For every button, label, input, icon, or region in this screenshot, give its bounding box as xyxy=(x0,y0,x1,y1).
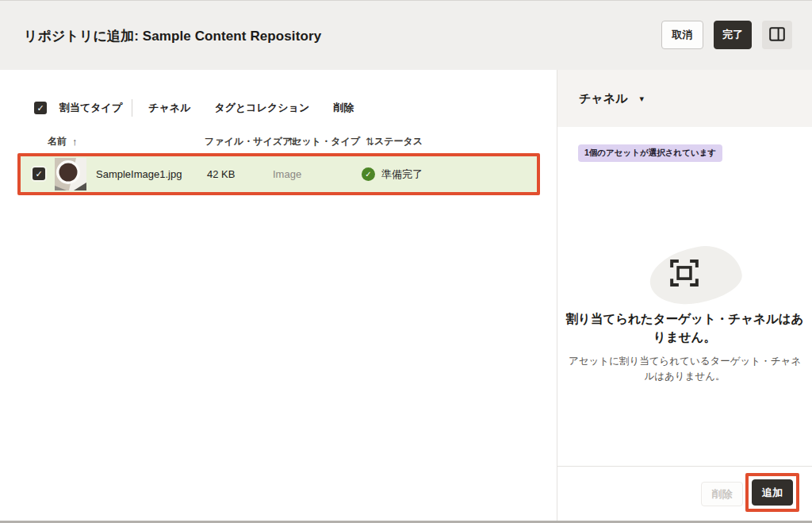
select-all-checkbox[interactable]: ✓ xyxy=(34,102,47,114)
sort-toggle-icon[interactable]: ⇅ xyxy=(366,136,374,148)
toolbar-item-tags-collections[interactable]: タグとコレクション xyxy=(214,101,309,115)
asset-file-size: 42 KB xyxy=(207,156,235,192)
asset-status: ✓ 準備完了 xyxy=(362,156,423,192)
cancel-button[interactable]: 取消 xyxy=(661,21,703,49)
add-button-highlight-annotation: 追加 xyxy=(745,473,799,512)
done-button[interactable]: 完了 xyxy=(714,21,752,49)
status-label: 準備完了 xyxy=(381,167,423,182)
asset-list-area: ✓ 割当てタイプ チャネル タグとコレクション 削除 名前 ↑ ファイル・サイズ… xyxy=(0,70,557,523)
sort-ascending-icon[interactable]: ↑ xyxy=(72,136,78,148)
add-to-repository-dialog: リポジトリに追加: Sample Content Repository 取消 完… xyxy=(0,0,812,523)
add-channel-button[interactable]: 追加 xyxy=(752,479,793,506)
asset-thumbnail xyxy=(55,158,86,190)
selection-count-badge: 1個のアセットが選択されています xyxy=(578,144,722,162)
header-actions: 取消 完了 xyxy=(661,21,792,49)
split-panel-icon xyxy=(769,27,785,44)
side-panel-toggle-button[interactable] xyxy=(762,21,792,49)
panel-header-dropdown[interactable]: チャネル ▾ xyxy=(557,70,812,127)
toolbar-item-channel[interactable]: チャネル xyxy=(148,101,190,115)
page-title: リポジトリに追加: Sample Content Repository xyxy=(24,27,321,45)
crop-frame-icon xyxy=(669,258,699,291)
status-ready-check-icon: ✓ xyxy=(362,167,375,181)
window-top-edge xyxy=(0,0,812,1)
toolbar-divider xyxy=(132,99,132,117)
chevron-down-icon: ▾ xyxy=(639,94,644,104)
column-header-asset-type[interactable]: アセット・タイプ ⇅ xyxy=(282,135,374,148)
toolbar-item-assign-type[interactable]: 割当てタイプ xyxy=(59,101,122,115)
asset-name: SampleImage1.jpg xyxy=(96,156,182,192)
empty-state-description: アセットに割り当てられているターゲット・チャネルはありません。 xyxy=(564,354,806,384)
toolbar-item-delete[interactable]: 削除 xyxy=(333,101,354,115)
panel-footer-divider xyxy=(557,466,812,467)
row-checkbox[interactable]: ✓ xyxy=(33,167,45,180)
empty-state-heading: 割り当てられたターゲット・チャネルはありません。 xyxy=(565,310,804,346)
table-row[interactable]: ✓ SampleImage1.jpg 42 KB Image ✓ xyxy=(21,156,537,192)
row-highlight-annotation: ✓ SampleImage1.jpg 42 KB Image ✓ xyxy=(17,153,540,195)
column-header-status: ステータス xyxy=(374,135,423,148)
column-header-name[interactable]: 名前 ↑ xyxy=(48,135,78,148)
bulk-actions-toolbar: ✓ 割当てタイプ チャネル タグとコレクション 削除 xyxy=(34,99,354,117)
channel-side-panel: チャネル ▾ 1個のアセットが選択されています 割り当てられたターゲット・チャネ… xyxy=(557,70,812,523)
asset-table-header: 名前 ↑ ファイル・サイズ ⇅ アセット・タイプ ⇅ ステータス xyxy=(0,135,557,149)
dialog-header: リポジトリに追加: Sample Content Repository 取消 完… xyxy=(0,0,812,70)
remove-channel-button[interactable]: 削除 xyxy=(701,482,743,506)
panel-title: チャネル xyxy=(579,91,627,106)
asset-type: Image xyxy=(273,156,301,192)
